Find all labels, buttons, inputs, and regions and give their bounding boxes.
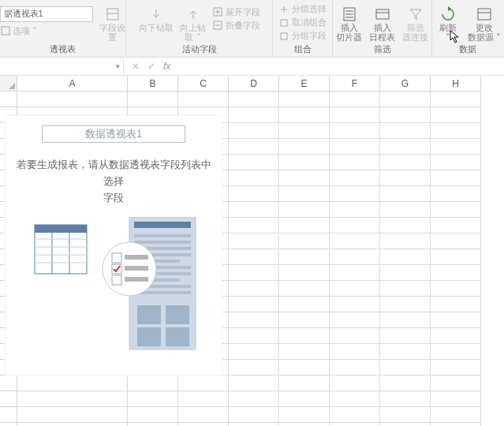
cell[interactable]	[431, 423, 481, 426]
cell[interactable]	[380, 376, 431, 391]
cell[interactable]	[380, 218, 431, 234]
cell[interactable]	[330, 186, 380, 202]
cell[interactable]	[431, 170, 481, 186]
cell[interactable]	[431, 234, 481, 249]
cell[interactable]	[229, 186, 279, 202]
cell[interactable]	[279, 186, 330, 202]
cell[interactable]	[229, 265, 279, 281]
cell[interactable]	[330, 202, 380, 218]
cell[interactable]	[380, 265, 431, 281]
cell[interactable]	[380, 423, 431, 426]
row-header[interactable]	[0, 376, 17, 391]
cell[interactable]	[229, 344, 279, 360]
cell[interactable]	[279, 312, 330, 328]
cell[interactable]	[279, 328, 330, 344]
cell[interactable]	[229, 123, 279, 139]
cell[interactable]	[431, 186, 481, 202]
row-header[interactable]	[0, 92, 17, 107]
cell[interactable]	[380, 234, 431, 249]
cell[interactable]	[279, 249, 330, 265]
cell[interactable]	[330, 328, 380, 344]
cell[interactable]	[380, 249, 431, 265]
cell[interactable]	[279, 265, 330, 281]
column-header[interactable]: H	[431, 76, 481, 92]
cell[interactable]	[330, 155, 380, 170]
cell[interactable]	[229, 407, 279, 423]
cell[interactable]	[229, 155, 279, 170]
cell[interactable]	[431, 360, 481, 376]
cell[interactable]	[279, 92, 330, 107]
options-dropdown[interactable]: 选项 ˅	[0, 25, 37, 37]
cell[interactable]	[380, 328, 431, 344]
cell[interactable]	[229, 423, 279, 426]
cell[interactable]	[229, 297, 279, 312]
cell[interactable]	[380, 202, 431, 218]
column-header[interactable]: F	[330, 76, 380, 92]
cell[interactable]	[229, 170, 279, 186]
cell[interactable]	[431, 344, 481, 360]
cell[interactable]	[279, 218, 330, 234]
cell[interactable]	[380, 139, 431, 155]
cell[interactable]	[380, 312, 431, 328]
column-header[interactable]: A	[17, 76, 128, 92]
cell[interactable]	[330, 360, 380, 376]
row-header[interactable]	[0, 423, 17, 426]
column-header[interactable]: D	[229, 76, 279, 92]
cell[interactable]	[330, 344, 380, 360]
cell[interactable]	[431, 218, 481, 234]
cell[interactable]	[330, 312, 380, 328]
cell[interactable]	[431, 107, 481, 123]
cell[interactable]	[431, 155, 481, 170]
cell[interactable]	[330, 107, 380, 123]
cell[interactable]	[380, 344, 431, 360]
column-header[interactable]: C	[178, 76, 229, 92]
cell[interactable]	[17, 376, 128, 391]
cell[interactable]	[128, 407, 178, 423]
cell[interactable]	[380, 297, 431, 312]
cell[interactable]	[229, 234, 279, 249]
column-header[interactable]: B	[128, 76, 178, 92]
cell[interactable]	[431, 265, 481, 281]
cell[interactable]	[380, 170, 431, 186]
cell[interactable]	[330, 423, 380, 426]
cell[interactable]	[279, 155, 330, 170]
cell[interactable]	[330, 123, 380, 139]
cell[interactable]	[330, 297, 380, 312]
cell[interactable]	[330, 281, 380, 297]
cell[interactable]	[330, 218, 380, 234]
cell[interactable]	[279, 423, 330, 426]
cell[interactable]	[229, 218, 279, 234]
insert-timeline-button[interactable]: 插入 日程表	[369, 6, 396, 42]
cell[interactable]	[17, 423, 128, 426]
name-box[interactable]: ▾	[0, 58, 124, 75]
cell[interactable]	[330, 391, 380, 407]
cell[interactable]	[229, 139, 279, 155]
cell[interactable]	[178, 423, 229, 426]
cell[interactable]	[330, 407, 380, 423]
cell[interactable]	[178, 376, 229, 391]
cell[interactable]	[380, 360, 431, 376]
cell[interactable]	[128, 423, 178, 426]
cell[interactable]	[279, 360, 330, 376]
cell[interactable]	[178, 391, 229, 407]
cell[interactable]	[229, 202, 279, 218]
cell[interactable]	[431, 407, 481, 423]
column-header[interactable]: E	[279, 76, 330, 92]
cell[interactable]	[279, 297, 330, 312]
cell[interactable]	[380, 155, 431, 170]
formula-input[interactable]	[178, 58, 504, 75]
cell[interactable]	[279, 139, 330, 155]
cell[interactable]	[229, 376, 279, 391]
cell[interactable]	[279, 281, 330, 297]
cell[interactable]	[330, 170, 380, 186]
cell[interactable]	[431, 92, 481, 107]
column-header[interactable]: G	[380, 76, 431, 92]
cell[interactable]	[431, 297, 481, 312]
cell[interactable]	[380, 92, 431, 107]
cell[interactable]	[279, 170, 330, 186]
cell[interactable]	[279, 107, 330, 123]
cell[interactable]	[330, 92, 380, 107]
change-data-source-button[interactable]: 更改 数据源 ˅	[468, 6, 501, 42]
cell[interactable]	[431, 202, 481, 218]
cell[interactable]	[229, 92, 279, 107]
